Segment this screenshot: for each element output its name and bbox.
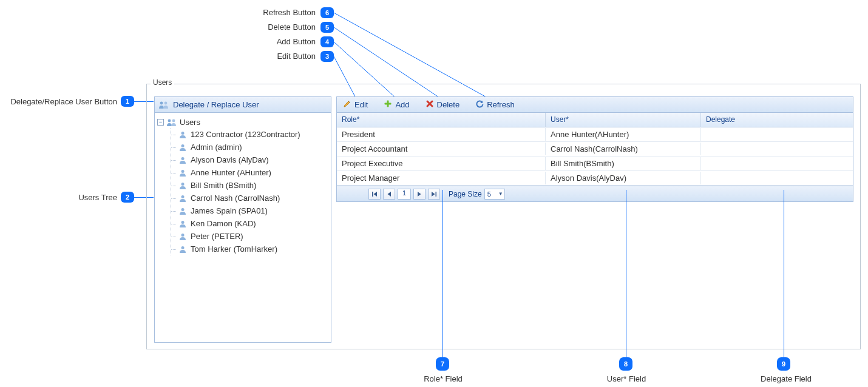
person-icon xyxy=(178,144,187,151)
svg-point-5 xyxy=(164,101,168,104)
pencil-icon xyxy=(343,99,351,110)
callout-user-field-label: User* Field xyxy=(596,374,657,383)
cell-user: Bill Smith(BSmith) xyxy=(546,157,701,170)
callout-users-tree-label: Users Tree xyxy=(0,193,117,202)
refresh-icon xyxy=(475,99,484,110)
person-icon xyxy=(178,182,187,189)
callout-badge-9: 9 xyxy=(777,357,790,371)
tree-item[interactable]: Peter (PETER) xyxy=(175,230,328,243)
tree-item-label: Alyson Davis (AlyDav) xyxy=(191,155,269,164)
person-icon xyxy=(178,195,187,202)
svg-point-10 xyxy=(181,157,185,160)
svg-point-17 xyxy=(181,246,185,249)
callout-badge-8: 8 xyxy=(619,357,632,371)
delegate-replace-user-label: Delegate / Replace User xyxy=(173,100,259,109)
svg-point-7 xyxy=(172,119,175,122)
grid-pager: 1 Page Size 5 ▼ xyxy=(337,186,853,201)
refresh-button[interactable]: Refresh xyxy=(473,98,517,111)
tree-root-label: Users xyxy=(180,118,200,127)
cell-delegate xyxy=(701,133,853,136)
pager-first-button[interactable] xyxy=(368,189,381,200)
tree-item-label: Carrol Nash (CarrolNash) xyxy=(191,194,280,203)
tree-item[interactable]: Tom Harker (TomHarker) xyxy=(175,243,328,255)
table-row[interactable]: Project ExecutiveBill Smith(BSmith) xyxy=(337,156,853,171)
tree-item-label: Bill Smith (BSmith) xyxy=(191,181,256,190)
tree-item-label: 123 Contractor (123Contractor) xyxy=(191,130,300,139)
col-header-user[interactable]: User* xyxy=(546,113,701,127)
tree-item[interactable]: Bill Smith (BSmith) xyxy=(175,179,328,192)
cell-user: Alyson Davis(AlyDav) xyxy=(546,172,701,184)
pager-page-input[interactable]: 1 xyxy=(398,189,411,200)
users-tree-panel: Delegate / Replace User − Users 123 Cont… xyxy=(154,96,331,343)
tree-item-label: Peter (PETER) xyxy=(191,232,243,241)
person-pair-icon xyxy=(158,101,169,109)
delete-label: Delete xyxy=(437,100,460,109)
svg-point-12 xyxy=(181,183,185,186)
cell-user: Anne Hunter(AHunter) xyxy=(546,128,701,141)
table-row[interactable]: Project ManagerAlyson Davis(AlyDav) xyxy=(337,171,853,186)
cell-role: Project Executive xyxy=(337,157,546,170)
col-header-role[interactable]: Role* xyxy=(337,113,546,127)
pager-size-label: Page Size xyxy=(449,190,482,198)
tree-item[interactable]: Anne Hunter (AHunter) xyxy=(175,166,328,179)
refresh-label: Refresh xyxy=(487,100,515,109)
tree-item[interactable]: 123 Contractor (123Contractor) xyxy=(175,128,328,141)
grid-body: PresidentAnne Hunter(AHunter)Project Acc… xyxy=(337,127,853,186)
users-group-icon xyxy=(166,118,177,127)
tree-children: 123 Contractor (123Contractor)Admin (adm… xyxy=(171,128,328,255)
delete-button[interactable]: Delete xyxy=(423,98,463,111)
svg-point-4 xyxy=(160,101,163,104)
cell-role: Project Manager xyxy=(337,172,546,184)
person-icon xyxy=(178,233,187,240)
chevron-down-icon: ▼ xyxy=(498,191,503,197)
callout-delete-label: Delete Button xyxy=(212,22,316,32)
tree-item[interactable]: Admin (admin) xyxy=(175,141,328,153)
svg-point-15 xyxy=(181,221,185,224)
edit-label: Edit xyxy=(354,100,368,109)
svg-rect-19 xyxy=(385,103,392,105)
tree-root[interactable]: − Users xyxy=(157,116,328,128)
tree-item[interactable]: Alyson Davis (AlyDav) xyxy=(175,153,328,166)
svg-point-16 xyxy=(181,234,185,237)
col-header-delegate[interactable]: Delegate xyxy=(701,113,853,127)
edit-button[interactable]: Edit xyxy=(341,98,370,111)
table-row[interactable]: PresidentAnne Hunter(AHunter) xyxy=(337,127,853,142)
pager-last-button[interactable] xyxy=(428,189,440,200)
pager-size-value: 5 xyxy=(487,190,491,198)
tree-collapse-icon[interactable]: − xyxy=(157,119,164,126)
tree-item[interactable]: James Spain (SPA01) xyxy=(175,204,328,217)
users-fieldset: Users Delegate / Replace User − Users 12… xyxy=(146,84,861,349)
callout-badge-3: 3 xyxy=(320,51,334,62)
cell-user: Carrol Nash(CarrolNash) xyxy=(546,143,701,155)
cell-delegate xyxy=(701,177,853,180)
person-icon xyxy=(178,207,187,215)
svg-point-14 xyxy=(181,208,185,211)
callout-badge-1: 1 xyxy=(121,96,134,107)
tree-item[interactable]: Ken Damon (KAD) xyxy=(175,217,328,230)
add-button[interactable]: Add xyxy=(381,98,412,111)
tree-item-label: James Spain (SPA01) xyxy=(191,206,268,215)
svg-rect-20 xyxy=(372,192,373,197)
plus-icon xyxy=(384,99,392,110)
tree-item[interactable]: Carrol Nash (CarrolNash) xyxy=(175,192,328,204)
table-row[interactable]: Project AccountantCarrol Nash(CarrolNash… xyxy=(337,142,853,156)
fieldset-legend: Users xyxy=(151,78,174,87)
tree-item-label: Anne Hunter (AHunter) xyxy=(191,168,271,177)
delegate-replace-user-button[interactable]: Delegate / Replace User xyxy=(155,97,331,113)
svg-point-9 xyxy=(181,144,185,147)
callout-badge-5: 5 xyxy=(320,22,334,33)
tree-item-label: Admin (admin) xyxy=(191,143,242,152)
grid-panel: Edit Add Delete Refresh xyxy=(336,96,853,202)
callout-badge-6: 6 xyxy=(320,7,334,18)
svg-rect-21 xyxy=(436,192,437,197)
pager-prev-button[interactable] xyxy=(383,189,395,200)
add-label: Add xyxy=(395,100,409,109)
pager-size-select[interactable]: 5 ▼ xyxy=(484,189,505,200)
pager-next-button[interactable] xyxy=(413,189,426,200)
callout-add-label: Add Button xyxy=(212,37,316,46)
callout-delegate-replace-label: Delegate/Replace User Button xyxy=(0,97,117,106)
svg-point-11 xyxy=(181,170,185,173)
tree-body: − Users 123 Contractor (123Contractor)Ad… xyxy=(155,113,331,259)
callout-badge-2: 2 xyxy=(121,192,134,203)
person-icon xyxy=(178,246,187,253)
